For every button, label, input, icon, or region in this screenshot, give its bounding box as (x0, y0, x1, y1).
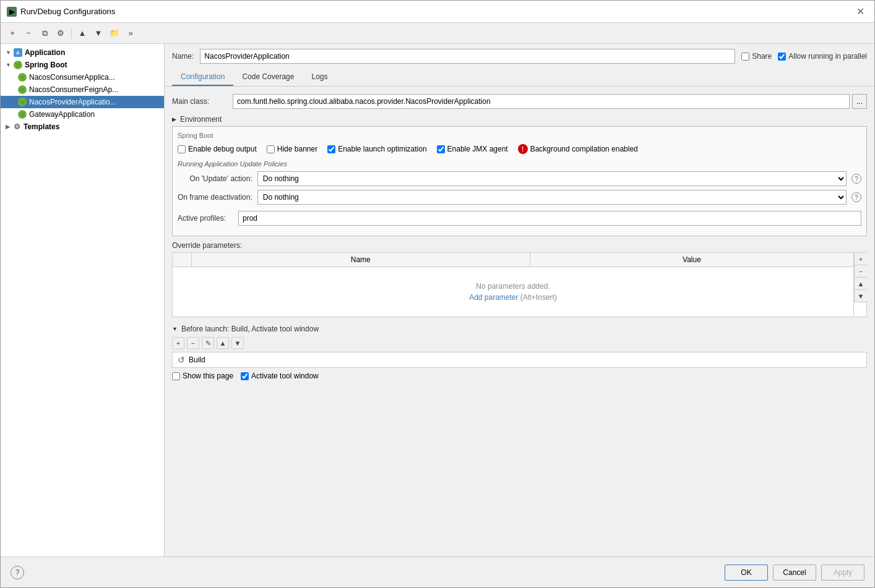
close-button[interactable]: ✕ (853, 4, 868, 19)
enable-launch-checkbox[interactable] (327, 145, 335, 153)
no-params-text: No parameters added. Add parameter (Alt+… (178, 270, 848, 314)
move-to-button[interactable]: 📁 (108, 27, 121, 40)
add-param-shortcut: (Alt+Insert) (520, 293, 557, 302)
settings-config-button[interactable]: ⚙ (54, 27, 67, 40)
env-expand-arrow: ▶ (172, 116, 176, 122)
spring-icon-4: 🌿 (18, 110, 27, 119)
params-table: Name Value No parameters added. (173, 253, 854, 317)
bl-remove-btn[interactable]: − (187, 337, 199, 349)
bg-compilation-container: ! Background compilation enabled (518, 144, 638, 154)
sidebar-item-nacos-provider[interactable]: 🌿 NacosProviderApplicatio... (1, 96, 164, 108)
table-remove-btn[interactable]: − (855, 265, 867, 278)
on-update-select[interactable]: Do nothing Update classes and resources … (257, 171, 847, 186)
share-checkbox-label[interactable]: Share (741, 52, 772, 61)
table-down-btn[interactable]: ▼ (855, 290, 867, 302)
more-options-button[interactable]: » (124, 27, 137, 40)
copy-config-button[interactable]: ⧉ (38, 27, 51, 40)
share-checkbox[interactable] (741, 53, 749, 61)
allow-parallel-checkbox[interactable] (778, 53, 786, 61)
running-policies-title: Running Application Update Policies (178, 160, 861, 168)
name-input[interactable] (200, 49, 735, 64)
cancel-button[interactable]: Cancel (773, 565, 816, 581)
tab-configuration[interactable]: Configuration (172, 69, 233, 86)
build-icon: ↺ (178, 355, 185, 365)
active-profiles-input[interactable] (238, 211, 861, 226)
policy-grid: On 'Update' action: Do nothing Update cl… (178, 171, 861, 205)
show-page-text: Show this page (183, 372, 233, 380)
build-item: ↺ Build (172, 352, 867, 368)
tab-logs[interactable]: Logs (303, 69, 336, 86)
main-class-row: Main class: ... (172, 94, 867, 109)
sidebar-item-nacos-consumer[interactable]: 🌿 NacosConsumerApplica... (1, 71, 164, 83)
activate-tool-checkbox-label[interactable]: Activate tool window (241, 372, 319, 380)
templates-icon: ⚙ (12, 122, 21, 131)
add-param-link[interactable]: Add parameter (469, 293, 518, 302)
allow-parallel-checkbox-label[interactable]: Allow running in parallel (778, 52, 867, 61)
sidebar-group-templates[interactable]: ▶ ⚙ Templates (1, 121, 164, 133)
allow-parallel-label: Allow running in parallel (788, 52, 867, 61)
move-down-button[interactable]: ▼ (92, 27, 105, 40)
bl-up-btn[interactable]: ▲ (217, 337, 229, 349)
expand-arrow-spring-boot: ▼ (6, 62, 11, 68)
params-table-header: Name Value (173, 253, 854, 267)
spring-boot-section-title: Spring Boot (178, 132, 861, 139)
enable-debug-label[interactable]: Enable debug output (178, 145, 257, 153)
hide-banner-checkbox[interactable] (267, 145, 275, 153)
main-content: ▼ A Application ▼ 🌿 Spring Boot 🌿 NacosC… (1, 44, 874, 556)
sidebar-group-application[interactable]: ▼ A Application (1, 46, 164, 59)
bl-add-btn[interactable]: + (172, 337, 184, 349)
sidebar-group-spring-boot-label: Spring Boot (25, 61, 67, 69)
before-launch-header[interactable]: ▼ Before launch: Build, Activate tool wi… (172, 325, 867, 333)
sidebar-item-nacos-consumer-feign[interactable]: 🌿 NacosConsumerFeignAp... (1, 83, 164, 96)
bl-down-btn[interactable]: ▼ (231, 337, 244, 349)
before-launch-toolbar: + − ✎ ▲ ▼ (172, 337, 867, 349)
table-add-btn[interactable]: + (855, 253, 867, 265)
enable-jmx-checkbox[interactable] (437, 145, 445, 153)
show-page-checkbox[interactable] (172, 372, 180, 380)
apply-button[interactable]: Apply (821, 565, 864, 581)
col-name: Name (191, 253, 530, 267)
spring-boot-checkboxes: Enable debug output Hide banner Enable l… (178, 144, 861, 154)
activate-tool-text: Activate tool window (251, 372, 319, 380)
main-class-browse-button[interactable]: ... (852, 94, 867, 109)
before-launch-section: ▼ Before launch: Build, Activate tool wi… (172, 325, 867, 380)
name-label: Name: (172, 52, 194, 61)
sidebar: ▼ A Application ▼ 🌿 Spring Boot 🌿 NacosC… (1, 44, 165, 556)
main-class-field-container: ... (233, 94, 867, 109)
remove-config-button[interactable]: − (22, 27, 35, 40)
enable-launch-label[interactable]: Enable launch optimization (327, 145, 426, 153)
enable-jmx-label[interactable]: Enable JMX agent (437, 145, 508, 153)
ok-button[interactable]: OK (725, 565, 768, 581)
on-frame-help[interactable]: ? (851, 192, 861, 202)
help-button[interactable]: ? (11, 566, 24, 579)
bl-edit-btn[interactable]: ✎ (202, 337, 214, 349)
sidebar-item-gateway[interactable]: 🌿 GatewayApplication (1, 108, 164, 121)
move-up-button[interactable]: ▲ (75, 27, 89, 40)
main-class-label: Main class: (172, 97, 228, 106)
config-panel: Name: Share Allow running in parallel (165, 44, 874, 556)
on-frame-select[interactable]: Do nothing Update classes and resources … (257, 190, 847, 205)
table-sidebar-btns: + − ▲ ▼ (854, 253, 867, 302)
main-class-field[interactable] (233, 94, 850, 109)
hide-banner-label[interactable]: Hide banner (267, 145, 317, 153)
enable-launch-text: Enable launch optimization (338, 145, 426, 153)
share-label: Share (752, 52, 772, 61)
enable-debug-checkbox[interactable] (178, 145, 186, 153)
environment-row[interactable]: ▶ Environment (172, 113, 867, 126)
enable-debug-text: Enable debug output (188, 145, 257, 153)
table-up-btn[interactable]: ▲ (855, 278, 867, 290)
on-update-label: On 'Update' action: (178, 174, 252, 183)
move-to-icon: 📁 (110, 28, 119, 38)
before-launch-label: Before launch: Build, Activate tool wind… (181, 325, 319, 333)
toolbar: + − ⧉ ⚙ ▲ ▼ 📁 » (1, 23, 874, 44)
environment-label: Environment (180, 115, 222, 124)
on-update-help[interactable]: ? (851, 174, 861, 184)
dialog-footer: ? OK Cancel Apply (1, 556, 874, 587)
show-page-checkbox-label[interactable]: Show this page (172, 372, 233, 380)
activate-tool-checkbox[interactable] (241, 372, 249, 380)
sidebar-group-spring-boot[interactable]: ▼ 🌿 Spring Boot (1, 59, 164, 71)
tab-code-coverage[interactable]: Code Coverage (233, 69, 303, 86)
sidebar-item-nacos-provider-label: NacosProviderApplicatio... (29, 98, 116, 106)
sidebar-group-templates-label: Templates (24, 122, 59, 131)
add-config-button[interactable]: + (6, 27, 19, 40)
